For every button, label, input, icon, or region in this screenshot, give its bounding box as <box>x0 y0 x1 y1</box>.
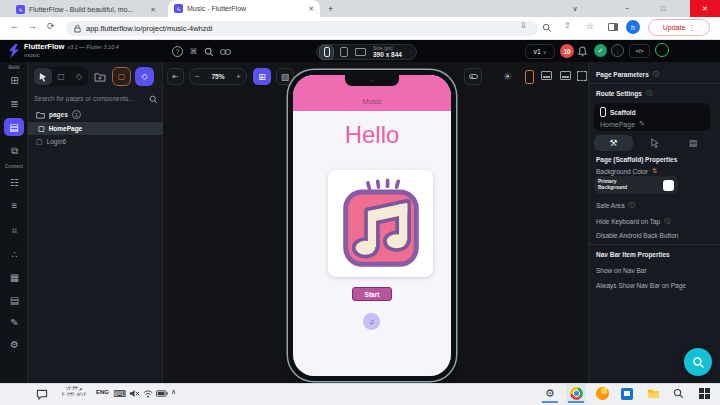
tab-properties[interactable]: ⚒ <box>594 135 633 151</box>
help-icon[interactable]: ? <box>172 46 183 57</box>
network-icon[interactable] <box>143 389 153 399</box>
canvas-add-button[interactable]: ⊞ <box>253 68 271 85</box>
taskbar-settings[interactable]: ⚙ <box>540 384 560 403</box>
tab-close-icon[interactable]: ✕ <box>308 5 314 13</box>
tab-properties-list[interactable]: ▤ <box>676 135 710 151</box>
page-selector-icon[interactable]: ▤ <box>4 118 24 136</box>
tab-close-icon[interactable]: ✕ <box>150 6 156 14</box>
taskbar-explorer[interactable] <box>643 384 663 403</box>
pages-folder-row[interactable]: pages 1 <box>28 108 163 121</box>
light-mode-sun-icon[interactable]: ☀ <box>501 70 514 83</box>
collapse-panel-button[interactable]: ⇤ <box>167 68 184 85</box>
taskbar-search[interactable] <box>668 384 688 403</box>
tab-search-icon[interactable]: ∨ <box>560 0 590 17</box>
support-chat-icon[interactable]: ⋮ <box>611 44 624 57</box>
browser-update-button[interactable]: Update ⋮ <box>648 19 710 36</box>
share-icon[interactable]: ⇪ <box>564 21 571 30</box>
tab-actions[interactable] <box>635 135 674 151</box>
disable-back-row[interactable]: Disable Android Back Button <box>596 232 678 239</box>
tray-expand-icon[interactable]: ∧ <box>171 388 176 396</box>
add-page-button[interactable]: ▢ <box>112 67 131 86</box>
browser-profile-avatar[interactable]: h <box>626 20 640 34</box>
components-icon[interactable]: ⧉ <box>8 144 21 157</box>
always-show-navbar-row[interactable]: Always Show Nav Bar on Page <box>596 282 686 289</box>
team-icon[interactable]: ∴ <box>8 248 21 261</box>
bookmark-star-icon[interactable]: ☆ <box>586 21 594 31</box>
forward-icon[interactable]: → <box>28 21 37 31</box>
route-settings-section[interactable]: Route Settings ⓘ <box>596 89 652 98</box>
add-component-button[interactable]: ◇ <box>135 67 154 86</box>
issues-badge[interactable]: 10 <box>560 44 574 58</box>
zoom-icon[interactable] <box>542 23 552 34</box>
view-code-button[interactable]: </> <box>629 44 650 58</box>
phone-screen[interactable]: Music Hello <box>293 75 451 376</box>
taskbar-store[interactable] <box>617 384 637 403</box>
taskbar-firefox[interactable] <box>592 384 612 403</box>
pages-mode-button[interactable]: ▢ <box>52 68 70 85</box>
device-frame-phone-icon[interactable] <box>522 68 536 85</box>
reload-icon[interactable]: ⟳ <box>47 21 55 31</box>
chat-teams-icon[interactable] <box>34 386 50 402</box>
language-indicator[interactable]: ENG <box>96 389 109 395</box>
nav-bar-toggle-icon[interactable] <box>560 71 571 80</box>
share-link-icon[interactable] <box>220 48 231 57</box>
api-calls-icon[interactable]: ⌗ <box>8 224 21 237</box>
user-avatar-ring[interactable] <box>655 43 669 57</box>
show-on-navbar-row[interactable]: Show on Nav Bar <box>596 267 647 274</box>
firestore-database-icon[interactable]: ☷ <box>8 176 21 189</box>
new-tab-button[interactable]: + <box>328 4 333 14</box>
battery-icon[interactable] <box>156 390 168 398</box>
start-button[interactable]: Start <box>352 287 392 301</box>
device-phone-button[interactable] <box>320 46 333 59</box>
pages-search-input[interactable] <box>34 92 146 105</box>
add-folder-icon[interactable] <box>93 70 106 83</box>
pages-search-icon[interactable] <box>149 95 158 105</box>
select-mode-button[interactable] <box>34 68 52 85</box>
components-mode-button[interactable]: ◇ <box>70 68 88 85</box>
address-bar[interactable]: app.flutterflow.io/project/music-4whzdi <box>66 21 538 36</box>
flutterflow-logo[interactable] <box>8 44 20 59</box>
zoom-level[interactable]: 75% <box>211 73 224 80</box>
back-icon[interactable]: ← <box>10 21 19 31</box>
side-panel-icon[interactable] <box>608 23 618 31</box>
page-item-homepage[interactable]: ▢ HomePage <box>28 122 163 135</box>
zoom-out-button[interactable]: − <box>195 72 200 81</box>
selected-widget-card[interactable]: Scaffold HomePage ✎ <box>594 103 710 131</box>
taskbar-start-button[interactable] <box>694 384 714 403</box>
command-menu-icon[interactable]: ⌘ <box>188 46 199 57</box>
taskbar-clock[interactable]: م ١٢:٣٣ ٢٠٢٣/٠٧/١٢ <box>56 385 92 398</box>
notifications-bell-icon[interactable] <box>577 46 588 58</box>
touch-keyboard-icon[interactable]: ⌨ <box>112 386 128 402</box>
browser-tab-music[interactable]: ϟ Music - FlutterFlow ✕ <box>168 0 320 17</box>
search-fab[interactable] <box>684 348 712 376</box>
widget-palette-icon[interactable]: ⊞ <box>8 74 21 87</box>
window-close-button[interactable]: ✕ <box>690 0 720 17</box>
app-details-icon[interactable]: ▤ <box>8 294 21 307</box>
resize-frame-icon[interactable] <box>577 71 587 81</box>
hello-text[interactable]: Hello <box>293 121 451 149</box>
volume-muted-icon[interactable] <box>129 389 140 399</box>
hide-keyboard-row[interactable]: Hide Keyboard on Tap ⓘ <box>596 217 671 226</box>
taskbar-chrome[interactable] <box>566 384 586 403</box>
edit-pencil-icon[interactable]: ✎ <box>639 120 645 128</box>
search-icon[interactable] <box>204 47 214 58</box>
widget-tree-icon[interactable]: ≣ <box>8 97 21 110</box>
data-types-icon[interactable]: ≡ <box>8 199 21 212</box>
install-app-icon[interactable]: ⇩ <box>520 21 527 30</box>
device-desktop-button[interactable] <box>354 46 367 59</box>
device-tablet-button[interactable] <box>337 46 350 59</box>
mini-avatar[interactable]: ♫ <box>363 313 380 330</box>
settings-gear-icon[interactable]: ⚙ <box>8 338 21 351</box>
page-item-login6[interactable]: ▢ Login6 <box>28 135 163 148</box>
build-status-check-icon[interactable]: ✓ <box>594 44 607 57</box>
window-restore-button[interactable]: □ <box>648 0 678 17</box>
connector-toggle-button[interactable] <box>464 68 482 85</box>
browser-tab-flutterflow[interactable]: ϟ FlutterFlow - Build beautiful, mo... ✕ <box>10 2 162 17</box>
music-image-card[interactable] <box>328 170 433 277</box>
page-parameters-section[interactable]: Page Parameters ⓘ <box>596 70 659 79</box>
background-color-picker[interactable]: Primary Background <box>594 176 678 194</box>
window-minimize-button[interactable]: − <box>612 0 642 17</box>
theme-settings-icon[interactable]: ✎ <box>8 316 21 329</box>
device-keyboard-icon[interactable] <box>541 71 552 80</box>
theme-unlink-icon[interactable]: ⇅ <box>652 167 657 175</box>
